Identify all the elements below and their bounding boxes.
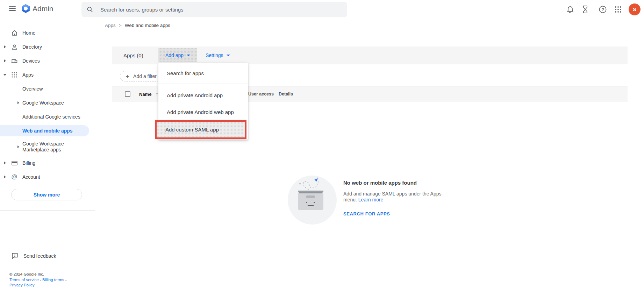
main-content: Apps > Web and mobile apps Apps (0) Add … <box>95 19 644 292</box>
menu-item-search-for-apps[interactable]: Search for apps <box>158 63 248 84</box>
column-header-name[interactable]: Name ↑ <box>139 86 158 102</box>
person-icon <box>11 43 18 50</box>
add-app-button[interactable]: Add app <box>158 48 197 62</box>
privacy-policy-link[interactable]: Privacy Policy <box>9 283 35 287</box>
select-all-checkbox[interactable] <box>125 91 130 97</box>
menu-item-add-private-android-web-app[interactable]: Add private Android web app <box>158 104 248 120</box>
column-header-details: Details <box>279 86 293 102</box>
sidebar-item-apps[interactable]: Apps <box>0 68 95 82</box>
expand-right-icon <box>4 59 6 62</box>
breadcrumb: Apps > Web and mobile apps <box>95 19 644 32</box>
billing-card-icon <box>11 159 18 166</box>
chevron-down-icon <box>227 55 230 56</box>
sidebar-item-billing[interactable]: Billing <box>0 156 95 170</box>
expand-right-icon <box>4 162 6 164</box>
main-menu-icon[interactable] <box>9 6 16 11</box>
search-icon <box>86 6 93 13</box>
svg-text:?: ? <box>601 7 604 12</box>
breadcrumb-current-page: Web and mobile apps <box>125 23 170 28</box>
expand-right-icon <box>17 101 19 104</box>
menu-item-add-private-android-app[interactable]: Add private Android app <box>158 87 248 104</box>
empty-state: No web or mobile apps found Add and mana… <box>343 180 459 216</box>
sidebar-item-account[interactable]: @ Account <box>0 170 95 184</box>
global-search[interactable] <box>81 2 347 17</box>
menu-item-add-custom-saml-app[interactable]: Add custom SAML app <box>155 120 246 139</box>
search-for-apps-link[interactable]: SEARCH FOR APPS <box>343 211 459 216</box>
search-input[interactable] <box>100 6 342 13</box>
billing-terms-link[interactable]: Billing terms <box>42 278 64 282</box>
sidebar-footer: © 2024 Google Inc. Terms of service - Bi… <box>9 272 67 288</box>
product-title: Admin <box>33 5 53 13</box>
sidebar-nav: Home Directory Devices <box>0 19 95 292</box>
home-icon <box>11 29 18 36</box>
google-apps-grid-icon[interactable] <box>614 5 622 14</box>
sidebar-item-google-workspace[interactable]: Google Workspace <box>0 96 95 110</box>
sidebar-divider <box>0 210 95 211</box>
sidebar-item-additional-google-services[interactable]: Additional Google services <box>0 110 95 124</box>
empty-state-title: No web or mobile apps found <box>343 180 459 186</box>
sidebar-item-web-and-mobile-apps[interactable]: Web and mobile apps <box>0 124 95 138</box>
sidebar-item-devices[interactable]: Devices <box>0 54 95 68</box>
learn-more-link[interactable]: Learn more <box>358 197 384 202</box>
add-app-dropdown-menu: Search for apps Add private Android app … <box>158 63 248 140</box>
empty-box-illustration <box>288 176 337 225</box>
sidebar-item-overview[interactable]: Overview <box>0 82 95 96</box>
sidebar-item-directory[interactable]: Directory <box>0 40 95 54</box>
plus-icon: + <box>126 73 129 80</box>
terms-of-service-link[interactable]: Terms of service <box>9 278 39 282</box>
devices-icon <box>11 57 18 64</box>
column-header-user-access: User access <box>248 86 274 102</box>
sidebar-item-home[interactable]: Home <box>0 26 95 40</box>
apps-count-label: Apps (0) <box>123 47 143 64</box>
apps-toolbar: Apps (0) Add app Settings <box>112 47 628 64</box>
add-filter-button[interactable]: + Add a filter <box>120 71 162 81</box>
apps-grid-icon <box>11 71 18 78</box>
notifications-bell-icon[interactable] <box>566 5 574 14</box>
sort-ascending-icon: ↑ <box>156 91 158 97</box>
sidebar-item-workspace-marketplace-apps[interactable]: Google Workspace Marketplace apps <box>0 138 95 156</box>
admin-console-page: Admin ? S <box>0 0 644 292</box>
breadcrumb-separator: > <box>119 23 122 28</box>
account-avatar[interactable]: S <box>629 3 641 15</box>
settings-button[interactable]: Settings <box>206 48 230 62</box>
chevron-down-icon <box>187 55 190 56</box>
top-bar: Admin ? S <box>0 0 644 19</box>
feedback-icon <box>12 252 18 259</box>
expand-right-icon <box>4 176 6 178</box>
breadcrumb-apps-link[interactable]: Apps <box>105 23 116 28</box>
pending-tasks-hourglass-icon[interactable] <box>581 5 589 14</box>
at-sign-icon: @ <box>11 173 18 180</box>
send-feedback-button[interactable]: Send feedback <box>12 252 56 259</box>
google-admin-logo-icon[interactable] <box>21 4 30 13</box>
expand-right-icon <box>4 45 6 48</box>
expand-right-icon <box>17 145 19 148</box>
expand-down-icon <box>3 74 6 76</box>
copyright-text: © 2024 Google Inc. <box>9 272 67 277</box>
help-icon[interactable]: ? <box>599 5 607 14</box>
show-more-button[interactable]: Show more <box>11 189 82 200</box>
